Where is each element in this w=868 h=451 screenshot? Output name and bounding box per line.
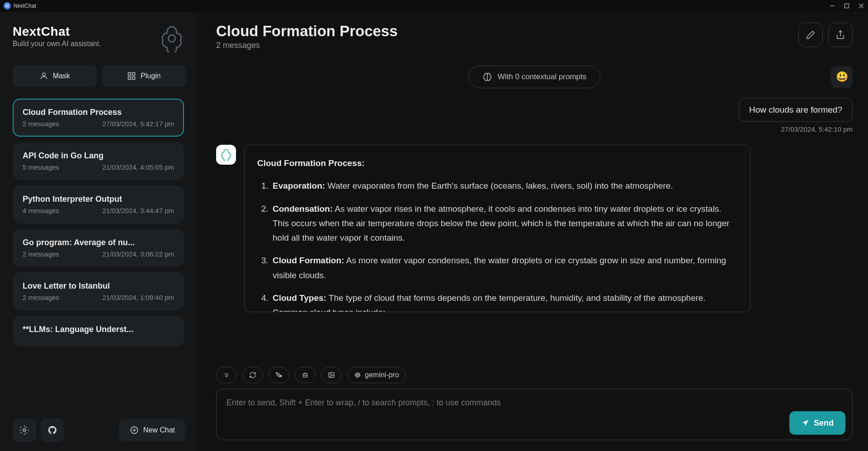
chat-item-time: 21/03/2024, 3:44:47 pm: [103, 207, 174, 214]
ai-avatar: [216, 145, 236, 165]
svg-point-5: [42, 73, 45, 76]
robot-icon: [302, 371, 309, 379]
edit-button[interactable]: [798, 23, 823, 47]
main-panel: Cloud Formation Process 2 messages With …: [199, 12, 868, 451]
send-button[interactable]: Send: [789, 411, 845, 435]
ai-message: Cloud Formation Process: Evaporation: Wa…: [244, 145, 750, 312]
user-avatar: 😃: [831, 66, 853, 88]
mask-button[interactable]: Mask: [13, 65, 97, 87]
context-prompt-button[interactable]: With 0 contextual prompts: [468, 66, 601, 88]
chat-item-msgs: 4 messages: [23, 207, 59, 214]
plus-circle-icon: [130, 426, 139, 435]
chat-item-msgs: 2 messages: [23, 294, 59, 301]
openai-icon: [220, 148, 232, 161]
model-selector[interactable]: gemini-pro: [347, 367, 406, 383]
persona-button[interactable]: [295, 367, 316, 383]
svg-rect-19: [329, 373, 334, 378]
openai-logo-icon: [158, 24, 186, 52]
brand-name: NextChat: [13, 24, 101, 39]
plugin-icon: [127, 71, 136, 81]
chat-item-msgs: 2 messages: [23, 120, 59, 128]
maximize-button[interactable]: [844, 3, 850, 9]
titlebar: N NextChat: [0, 0, 868, 12]
chat-item-time: 27/03/2024, 5:42:17 pm: [103, 120, 174, 128]
svg-rect-21: [356, 373, 359, 377]
new-chat-label: New Chat: [143, 426, 175, 434]
chat-list-item[interactable]: API Code in Go Lang 5 messages21/03/2024…: [13, 142, 184, 180]
plugin-button[interactable]: Plugin: [102, 65, 186, 87]
user-message: How clouds are formed?: [739, 98, 853, 122]
chat-item-title: Python Interpreter Output: [23, 195, 174, 204]
svg-rect-6: [128, 73, 131, 76]
gear-icon: [19, 425, 29, 435]
share-button[interactable]: [828, 23, 853, 47]
svg-rect-22: [357, 374, 359, 376]
svg-rect-7: [132, 73, 135, 76]
send-icon: [801, 419, 809, 427]
settings-button[interactable]: [13, 418, 36, 442]
user-message-time: 27/03/2024, 5:42:10 pm: [781, 125, 853, 133]
svg-point-10: [23, 429, 26, 432]
ai-list-item: Condensation: As water vapor rises in th…: [271, 202, 737, 246]
svg-rect-9: [132, 77, 135, 80]
mask-icon: [39, 71, 48, 81]
chat-item-time: 21/03/2024, 3:06:22 pm: [103, 250, 174, 258]
chat-list-item[interactable]: Love Letter to Istanbul 2 messages21/03/…: [13, 272, 184, 310]
ai-list-item: Cloud Types: The type of cloud that form…: [271, 291, 737, 312]
chat-item-title: **LLMs: Language Underst...: [23, 325, 174, 334]
github-icon: [47, 425, 57, 435]
magic-button[interactable]: [269, 367, 289, 383]
share-icon: [835, 30, 845, 40]
ai-message-heading: Cloud Formation Process:: [257, 156, 737, 171]
close-button[interactable]: [858, 3, 864, 9]
send-label: Send: [814, 418, 834, 428]
chat-item-time: 21/03/2024, 1:09:40 pm: [103, 294, 174, 301]
context-prompt-label: With 0 contextual prompts: [498, 72, 587, 81]
chat-item-msgs: 5 messages: [23, 163, 59, 171]
chat-list: Cloud Formation Process 2 messages27/03/…: [13, 99, 186, 412]
new-chat-button[interactable]: New Chat: [119, 419, 186, 441]
chat-item-title: API Code in Go Lang: [23, 151, 174, 161]
chat-list-item[interactable]: Cloud Formation Process 2 messages27/03/…: [13, 99, 184, 137]
app-icon: N: [4, 2, 11, 9]
cpu-icon: [354, 371, 361, 379]
model-label: gemini-pro: [365, 371, 399, 379]
regenerate-button[interactable]: [242, 367, 263, 383]
chat-item-title: Love Letter to Istanbul: [23, 281, 174, 291]
brand-tagline: Build your own AI assistant.: [13, 40, 101, 48]
conversation-title: Cloud Formation Process: [216, 23, 398, 40]
svg-point-16: [304, 375, 304, 375]
image-button[interactable]: [321, 367, 342, 383]
chat-item-title: Go program: Average of nu...: [23, 238, 174, 247]
svg-rect-8: [128, 77, 131, 80]
ai-list-item: Evaporation: Water evaporates from the E…: [271, 179, 737, 193]
plugin-button-label: Plugin: [141, 72, 160, 80]
brain-icon: [482, 72, 492, 82]
chat-list-item[interactable]: Python Interpreter Output 4 messages21/0…: [13, 185, 184, 223]
minimize-button[interactable]: [829, 3, 835, 9]
github-button[interactable]: [41, 418, 64, 442]
conversation-subtitle: 2 messages: [216, 41, 398, 50]
chat-list-item[interactable]: Go program: Average of nu... 2 messages2…: [13, 229, 184, 267]
scroll-down-button[interactable]: [216, 367, 237, 383]
chat-item-title: Cloud Formation Process: [23, 108, 174, 117]
chevrons-down-icon: [223, 371, 230, 379]
svg-rect-1: [845, 4, 849, 8]
svg-point-20: [330, 374, 331, 375]
chat-list-item[interactable]: **LLMs: Language Underst...: [13, 316, 184, 346]
ai-list-item: Cloud Formation: As more water vapor con…: [271, 253, 737, 283]
sparkle-icon: [275, 371, 283, 379]
sidebar: NextChat Build your own AI assistant. Ma…: [0, 12, 199, 451]
mask-button-label: Mask: [53, 72, 70, 80]
chat-item-time: 21/03/2024, 4:05:05 pm: [103, 163, 174, 171]
chat-item-msgs: 2 messages: [23, 250, 59, 258]
svg-point-17: [306, 375, 306, 375]
image-icon: [328, 371, 335, 379]
pencil-icon: [806, 30, 816, 40]
app-title: NextChat: [14, 3, 36, 9]
svg-point-4: [168, 35, 175, 42]
refresh-icon: [249, 371, 256, 379]
message-input[interactable]: [216, 389, 853, 440]
